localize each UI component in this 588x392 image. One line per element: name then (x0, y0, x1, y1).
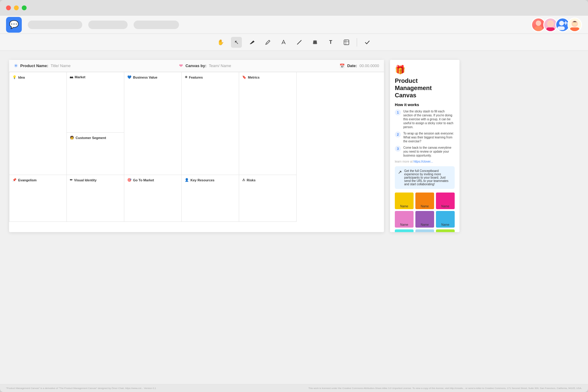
go-to-market-cell[interactable]: 🎯Go To Market (124, 175, 182, 222)
eraser-tool[interactable] (247, 37, 258, 48)
svg-rect-17 (344, 40, 349, 45)
toolbar: ✋ ↖ T (0, 34, 588, 51)
cursor-tool[interactable]: ↖ (231, 37, 242, 48)
sidebar-title: Product Management Canvas (395, 77, 455, 99)
sidebar: 🎁 Product Management Canvas How it works… (390, 60, 460, 232)
svg-point-2 (536, 21, 541, 26)
business-value-cell[interactable]: 💙Business Value (124, 72, 182, 175)
board-wrapper: ✳ Product Name: Title/ Name ❤ Canvas by:… (9, 60, 460, 232)
pen-tool[interactable] (262, 37, 273, 48)
title-bar (0, 0, 588, 16)
footer: "Product Management Canvas" is a derivat… (0, 384, 588, 392)
risks-cell[interactable]: ⚠Risks (239, 175, 297, 222)
board-header: ✳ Product Name: Title/ Name ❤ Canvas by:… (9, 60, 384, 72)
hand-tool[interactable]: ✋ (215, 37, 226, 48)
sticky-label-5: Name (441, 223, 450, 226)
check-tool[interactable] (362, 37, 373, 48)
sticky-label-1: Name (421, 205, 429, 208)
shape-tool[interactable] (310, 37, 320, 48)
metrics-cell[interactable]: 🔖Metrics (239, 72, 297, 175)
sticky-1[interactable]: Name (415, 193, 434, 209)
sticky-3[interactable]: Name (395, 211, 414, 228)
svg-rect-11 (570, 27, 580, 31)
menu-item-1[interactable] (28, 21, 82, 29)
sticky-label-0: Name (400, 205, 408, 208)
idea-cell[interactable]: 💡Idea (9, 72, 67, 175)
canvas-area[interactable]: ✳ Product Name: Title/ Name ❤ Canvas by:… (0, 51, 588, 384)
evangelism-cell[interactable]: 📌Evangelism (9, 175, 67, 222)
promo-text: Get the full Conceptboard experience by … (404, 169, 452, 186)
step-num-3: 3 (395, 146, 401, 152)
how-it-works-section: How it works 1 Use the sticky stash to f… (395, 102, 455, 163)
svg-point-5 (548, 21, 553, 26)
text-tool[interactable]: T (325, 37, 336, 48)
promo-box: ↗ Get the full Conceptboard experience b… (395, 166, 455, 189)
canvas-by-value: Team/ Name (209, 63, 231, 68)
sticky-6[interactable]: Name (395, 229, 414, 232)
features-cell[interactable]: ✳Features (182, 72, 239, 175)
step-num-2: 2 (395, 131, 401, 138)
sticky-5[interactable]: Name (436, 211, 455, 228)
step-1: 1 Use the sticky stash to fill each sect… (395, 109, 455, 129)
customer-segment-cell[interactable]: 🧑Customer Segment (67, 133, 124, 175)
key-resources-cell[interactable]: 👤Key Resources (182, 175, 239, 222)
sidebar-emoji: 🎁 (395, 65, 405, 75)
svg-rect-4 (546, 27, 555, 31)
footer-right: This work is licensed under the Creative… (308, 387, 582, 390)
product-name-value: Title/ Name (50, 63, 70, 68)
highlight-tool[interactable] (278, 37, 289, 48)
svg-rect-7 (557, 26, 565, 30)
step-3: 3 Come back to the canvas everytime you … (395, 146, 455, 157)
logo-icon: 💬 (9, 20, 19, 29)
step-2: 2 To wrap up the session ask everyone: W… (395, 131, 455, 143)
learn-more-link[interactable]: https://clover... (414, 160, 433, 163)
sticky-0[interactable]: Name (395, 193, 414, 209)
visual-identity-cell[interactable]: ✏Visual Identity (67, 175, 124, 222)
date-value: 00.00.0000 (359, 63, 379, 68)
sticky-8[interactable]: Name (436, 229, 455, 232)
footer-left: "Product Management Canvas" is a derivat… (6, 387, 156, 390)
canvas-by-field: ❤ Canvas by: Team/ Name (179, 63, 231, 69)
avatar-group (531, 18, 582, 32)
board-grid: 💡Idea 🏘Market 💙Business Value ✳Features … (9, 72, 384, 222)
promo-icon: ↗ (398, 169, 402, 175)
main-board: ✳ Product Name: Title/ Name ❤ Canvas by:… (9, 60, 384, 232)
app-window: 💬 ✋ ↖ (0, 0, 588, 392)
sticky-4[interactable]: Name (415, 211, 434, 228)
sticky-7[interactable]: Name (415, 229, 434, 232)
market-cell[interactable]: 🏘Market (67, 72, 124, 133)
step-text-3: Come back to the canvas everytime you ne… (403, 146, 455, 157)
close-button[interactable] (6, 5, 11, 10)
how-it-works-title: How it works (395, 102, 455, 107)
svg-point-1 (534, 26, 543, 31)
step-num-1: 1 (395, 109, 401, 115)
sticky-tool[interactable] (341, 37, 352, 48)
svg-line-14 (297, 40, 301, 44)
avatar-4[interactable] (567, 18, 582, 32)
svg-point-6 (559, 21, 564, 25)
canvas-by-label: Canvas by: (185, 63, 206, 68)
sticky-label-2: Name (441, 205, 450, 208)
sticky-grid: NameNameNameNameNameNameNameNameName (395, 193, 455, 232)
date-label: Date: (347, 63, 357, 68)
sticky-label-4: Name (421, 223, 429, 226)
product-name-field: ✳ Product Name: Title/ Name (14, 63, 70, 69)
menu-item-2[interactable] (88, 21, 128, 29)
menu-item-3[interactable] (134, 21, 179, 29)
minimize-button[interactable] (14, 5, 19, 10)
step-text-1: Use the sticky stash to fill each sectio… (403, 109, 455, 129)
menu-bar: 💬 (0, 16, 588, 34)
product-name-label: Product Name: (20, 63, 48, 68)
maximize-button[interactable] (22, 5, 27, 10)
step-text-2: To wrap up the session ask everyone: Wha… (403, 131, 455, 143)
sticky-label-3: Name (400, 223, 408, 226)
learn-more: learn more at https://clover... (395, 160, 455, 163)
date-field: 📅 Date: 00.00.0000 (339, 63, 379, 68)
sticky-2[interactable]: Name (436, 193, 455, 209)
line-tool[interactable] (294, 37, 305, 48)
logo[interactable]: 💬 (6, 17, 22, 33)
